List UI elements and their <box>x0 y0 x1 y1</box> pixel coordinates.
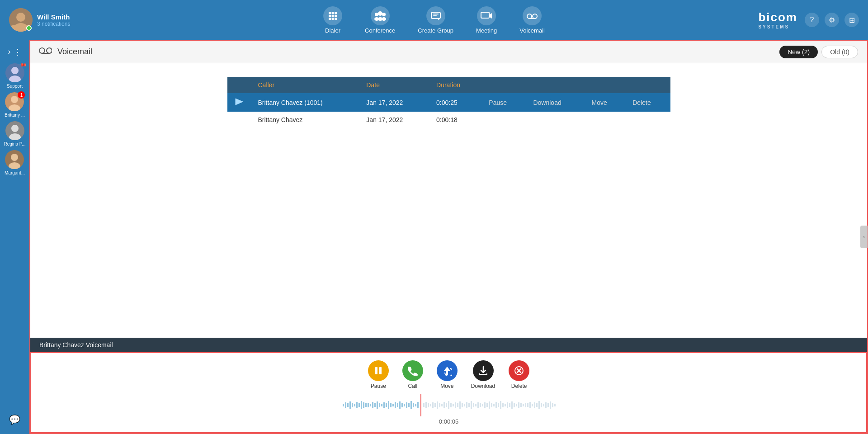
collapse-button[interactable]: › <box>860 226 868 248</box>
svg-rect-99 <box>477 402 479 408</box>
nav-item-meeting[interactable]: Meeting <box>476 6 497 34</box>
player-controls: Pause Call <box>368 360 529 389</box>
conference-icon <box>371 6 390 25</box>
chat-button[interactable]: 💬 <box>9 414 20 425</box>
svg-rect-113 <box>509 403 510 407</box>
table-row[interactable]: Brittany Chavez (1001) Jan 17, 2022 0:00… <box>227 93 670 112</box>
svg-rect-118 <box>520 403 522 407</box>
grid-settings-icon[interactable]: ⊞ <box>844 13 859 27</box>
help-icon[interactable]: ? <box>805 13 819 27</box>
svg-rect-120 <box>525 403 526 407</box>
user-profile[interactable]: Will Smith 3 notifications <box>9 8 70 32</box>
call-label: Call <box>408 383 417 389</box>
voicemail-header: Voicemail New (2) Old (0) <box>30 41 867 63</box>
svg-rect-6 <box>335 12 337 14</box>
sidebar-item-regina[interactable]: Regina P... <box>4 121 25 146</box>
sidebar-item-support[interactable]: 📌 Support <box>5 63 24 89</box>
action-download[interactable]: Download <box>526 93 584 112</box>
sidebar-item-margarit[interactable]: Margarit... <box>5 150 25 175</box>
svg-point-15 <box>382 13 386 16</box>
svg-rect-111 <box>505 404 506 406</box>
action-pause[interactable]: Pause <box>481 93 526 112</box>
svg-rect-48 <box>361 401 362 409</box>
pause-button[interactable]: Pause <box>368 360 389 389</box>
user-info: Will Smith 3 notifications <box>37 13 70 27</box>
svg-point-27 <box>11 96 18 103</box>
main-layout: › ⋮ 📌 Support <box>0 40 868 434</box>
svg-rect-109 <box>500 401 501 409</box>
svg-point-14 <box>378 11 382 16</box>
svg-rect-12 <box>335 18 337 20</box>
th-caller: Caller <box>251 77 359 93</box>
svg-rect-11 <box>332 18 334 20</box>
table-row[interactable]: Brittany Chavez Jan 17, 2022 0:00:18 <box>227 112 670 128</box>
bicom-subtitle: SYSTEMS <box>758 24 797 29</box>
svg-rect-5 <box>332 12 334 14</box>
svg-rect-103 <box>486 403 488 407</box>
svg-rect-9 <box>335 14 337 17</box>
svg-rect-49 <box>363 402 364 408</box>
action-delete[interactable]: Delete <box>625 93 670 112</box>
call-date-2: Jan 17, 2022 <box>359 112 429 128</box>
svg-rect-110 <box>502 403 504 407</box>
svg-rect-73 <box>417 402 419 408</box>
waveform[interactable] <box>340 394 557 416</box>
download-label: Download <box>471 383 495 389</box>
playback-time: 0:00:05 <box>439 418 458 425</box>
top-right-area: bicom SYSTEMS ? ⚙ ⊞ <box>758 10 859 29</box>
nav-item-voicemail[interactable]: Voicemail <box>519 6 545 34</box>
svg-rect-70 <box>410 401 412 409</box>
svg-rect-69 <box>408 403 410 407</box>
svg-rect-80 <box>434 403 436 407</box>
table-header-row: Caller Date Duration <box>227 77 670 93</box>
svg-rect-78 <box>430 404 431 406</box>
svg-rect-131 <box>550 401 551 409</box>
nav-item-dialer[interactable]: Dialer <box>323 6 342 34</box>
bicom-logo: bicom SYSTEMS <box>758 10 797 29</box>
call-icon <box>402 360 423 381</box>
user-notifications: 3 notifications <box>37 21 70 27</box>
nav-item-create-group[interactable]: Create Group <box>418 6 453 34</box>
svg-rect-71 <box>413 403 414 407</box>
svg-point-1 <box>16 13 25 22</box>
call-button[interactable]: Call <box>402 360 423 389</box>
caller-name: Brittany Chavez (1001) <box>251 93 359 112</box>
call-date: Jan 17, 2022 <box>359 93 429 112</box>
player-bar: Brittany Chavez Voicemail <box>30 338 867 352</box>
user-name: Will Smith <box>37 13 70 21</box>
svg-rect-66 <box>401 403 403 407</box>
svg-rect-123 <box>532 404 533 406</box>
download-button[interactable]: Download <box>471 360 495 389</box>
voicemail-table: Caller Date Duration <box>227 77 670 128</box>
svg-rect-108 <box>498 403 499 407</box>
svg-rect-4 <box>329 12 331 14</box>
voicemail-table-container: Caller Date Duration <box>30 63 867 137</box>
svg-rect-102 <box>484 402 486 408</box>
svg-point-21 <box>527 14 532 19</box>
svg-rect-87 <box>450 403 452 407</box>
svg-rect-59 <box>386 403 387 407</box>
move-button[interactable]: Move <box>437 360 458 389</box>
nav-item-conference[interactable]: Conference <box>365 6 395 34</box>
sidebar-toggle[interactable]: › ⋮ <box>5 44 24 60</box>
support-label: Support <box>7 84 23 89</box>
call-duration-2: 0:00:18 <box>429 112 481 128</box>
svg-rect-112 <box>507 402 508 408</box>
svg-rect-94 <box>466 402 467 408</box>
tab-new[interactable]: New (2) <box>779 46 818 58</box>
svg-rect-42 <box>347 403 349 407</box>
action-move[interactable]: Move <box>585 93 626 112</box>
delete-button[interactable]: Delete <box>509 360 529 389</box>
nav-icons: Dialer Conference <box>323 6 545 34</box>
svg-rect-117 <box>518 402 519 408</box>
sidebar-item-brittany[interactable]: 1 Brittany ... <box>5 92 25 118</box>
left-sidebar: › ⋮ 📌 Support <box>0 40 29 434</box>
svg-rect-97 <box>473 403 474 407</box>
settings-icon[interactable]: ⚙ <box>825 13 839 27</box>
tab-old[interactable]: Old (0) <box>821 46 858 58</box>
svg-rect-57 <box>381 404 382 406</box>
svg-rect-96 <box>471 401 472 409</box>
svg-rect-76 <box>425 402 427 408</box>
dialer-label: Dialer <box>325 27 340 34</box>
move-icon <box>437 360 458 381</box>
